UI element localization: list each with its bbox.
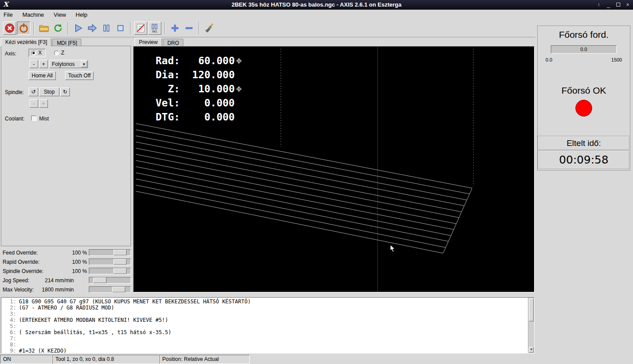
clear-plot-button[interactable] xyxy=(203,22,216,35)
spindle-forward-icon: ↻ xyxy=(63,89,67,95)
titlebar[interactable]: X 2BEK 35s höz HATSO 80-as balos.ngc - A… xyxy=(0,0,633,10)
slider-handle[interactable] xyxy=(113,250,127,255)
jog-speed-value: 214 mm/min xyxy=(45,277,74,284)
touch-off-button[interactable]: Touch Off xyxy=(65,71,94,80)
dro-readout: Rad: 60.000 Dia: 120.000 Z: 10.000 xyxy=(156,54,242,124)
estop-button[interactable] xyxy=(3,22,16,35)
preview-canvas[interactable]: Rad: 60.000 Dia: 120.000 Z: 10.000 xyxy=(133,46,535,292)
spindle-speed-title: Főorsó ford. xyxy=(538,29,630,40)
spindle-minus-button[interactable]: - xyxy=(29,99,38,108)
slider-handle[interactable] xyxy=(113,268,127,274)
spindle-speed-scale: 0.0 1500 xyxy=(546,57,622,62)
spindle-plus-button[interactable]: + xyxy=(39,99,48,108)
pause-icon xyxy=(101,23,112,33)
max-velocity-label: Max Velocity: xyxy=(3,287,34,293)
scrollbar-handle[interactable] xyxy=(529,298,534,321)
scrollbar-down-icon[interactable]: ▼ xyxy=(529,347,534,353)
spindle-override-label: Spindle Override: xyxy=(3,268,44,274)
zoom-out-icon xyxy=(184,23,194,33)
max-velocity-value: 1800 mm/min xyxy=(42,287,74,293)
elapsed-time-label: Eltelt idő: xyxy=(538,136,630,150)
gcode-line[interactable]: 2:(G7 - ATMERO / G8 RADIUSZ MOD) xyxy=(1,305,534,311)
maximize-icon[interactable] xyxy=(615,1,622,8)
max-velocity-slider[interactable] xyxy=(89,286,131,293)
gcode-line[interactable]: 3: xyxy=(1,311,534,317)
pause-button[interactable] xyxy=(100,22,113,35)
spindle-override-slider[interactable] xyxy=(89,268,131,274)
dro-line-dtg: DTG: 0.000 xyxy=(156,110,242,124)
rapid-override-slider[interactable] xyxy=(89,258,131,265)
radio-dot-icon xyxy=(31,51,36,55)
homed-icon xyxy=(236,58,242,64)
gcode-line[interactable]: 1:G18 G90 G95 G40 G7 g97 (KULSO KUPUS ME… xyxy=(1,298,534,305)
toolbar-separator xyxy=(199,22,200,34)
feed-override-label: Feed Override: xyxy=(3,250,38,256)
axis-window: X 2BEK 35s höz HATSO 80-as balos.ngc - A… xyxy=(0,0,633,364)
slider-handle[interactable] xyxy=(113,259,127,265)
zoom-out-button[interactable] xyxy=(182,22,196,35)
tab-manual-control[interactable]: Kézi vezérlés [F3] xyxy=(1,38,51,46)
mist-checkbox[interactable] xyxy=(31,116,36,121)
elapsed-time-value: 00:09:58 xyxy=(538,150,630,170)
svg-text:M1: M1 xyxy=(152,29,157,33)
feed-override-slider[interactable] xyxy=(89,249,131,256)
dro-line-rad: Rad: 60.000 xyxy=(156,54,242,68)
stop-button[interactable] xyxy=(114,22,127,35)
toolbar: M1 xyxy=(0,19,535,37)
machine-power-button[interactable] xyxy=(17,22,30,35)
menu-machine[interactable]: Machine xyxy=(22,11,44,18)
slider-handle[interactable] xyxy=(112,287,125,292)
spindle-stop-button[interactable]: Stop xyxy=(39,87,59,96)
menu-view[interactable]: View xyxy=(54,11,66,18)
tab-dro[interactable]: DRO xyxy=(163,39,184,46)
rapid-override-value: 100 % xyxy=(72,259,87,265)
tab-mdi[interactable]: MDI [F5] xyxy=(52,39,81,46)
step-button[interactable] xyxy=(86,22,99,35)
run-button[interactable] xyxy=(72,22,85,35)
jog-minus-button[interactable]: - xyxy=(29,60,38,68)
scale-min: 0.0 xyxy=(546,57,552,62)
chevron-down-icon: ▼ xyxy=(81,61,87,67)
reload-button[interactable] xyxy=(51,22,65,35)
axis-label: Axis: xyxy=(5,51,16,57)
axis-radio-z[interactable]: Z xyxy=(54,50,64,56)
jog-mode-dropdown[interactable]: Folytonos ▼ xyxy=(49,60,88,68)
axis-radio-x[interactable]: X xyxy=(29,49,46,57)
gcode-line[interactable]: 4:(ERTEKEKET ATMERO MODBAN KITOLTENI! KI… xyxy=(1,317,534,323)
gcode-line[interactable]: 9:#1=32 (X KEZDO) xyxy=(1,348,534,353)
gcode-listing[interactable]: 1:G18 G90 G95 G40 G7 g97 (KULSO KUPUS ME… xyxy=(1,297,535,353)
shade-icon[interactable]: ↑ xyxy=(595,1,602,8)
jog-speed-slider[interactable] xyxy=(89,277,131,284)
menu-file[interactable]: File xyxy=(4,11,13,18)
gcode-line[interactable]: 8: xyxy=(1,342,534,348)
gcode-line[interactable]: 7: xyxy=(1,335,534,342)
dro-line-z: Z: 10.000 xyxy=(156,82,242,96)
radio-circle-icon xyxy=(54,51,59,55)
slider-handle[interactable] xyxy=(93,277,106,283)
jog-plus-button[interactable]: + xyxy=(39,60,48,68)
tab-preview[interactable]: Preview xyxy=(135,38,162,46)
stop-icon xyxy=(115,23,126,33)
gcode-line[interactable]: 5: xyxy=(1,323,534,329)
optional-stop-toggle[interactable]: M1 xyxy=(148,22,161,35)
status-position-mode: Position: Relative Actual xyxy=(159,355,250,364)
home-all-button[interactable]: Home All xyxy=(29,71,56,80)
gcode-scrollbar[interactable]: ▼ xyxy=(528,298,534,353)
mist-label: Mist xyxy=(39,116,49,122)
menu-help[interactable]: Help xyxy=(76,11,87,18)
scale-max: 1500 xyxy=(611,57,622,62)
max-velocity-row: Max Velocity: 1800 mm/min xyxy=(1,285,132,294)
open-file-button[interactable] xyxy=(37,22,51,35)
jog-speed-row: Jog Speed: 214 mm/min xyxy=(1,276,132,285)
spindle-override-row: Spindle Override: 100 % xyxy=(1,266,132,276)
minimize-icon[interactable]: _ xyxy=(605,1,612,8)
spindle-forward-button[interactable]: ↻ xyxy=(60,87,70,96)
close-icon[interactable]: × xyxy=(624,1,631,8)
gcode-line[interactable]: 6:( Szerszám beállítás, t1=x35 , t15 hát… xyxy=(1,329,534,335)
spindle-override-value: 100 % xyxy=(72,268,87,274)
dro-line-vel: Vel: 0.000 xyxy=(156,96,242,110)
zoom-in-button[interactable] xyxy=(168,22,182,35)
spindle-reverse-button[interactable]: ↺ xyxy=(29,87,38,96)
rapid-override-row: Rapid Override: 100 % xyxy=(1,257,132,266)
skip-lines-toggle[interactable] xyxy=(134,22,147,35)
